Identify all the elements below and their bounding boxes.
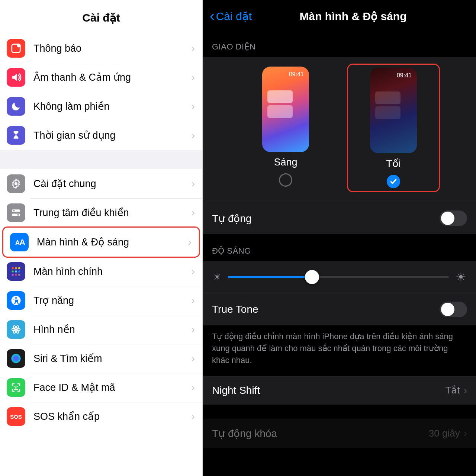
settings-row-label: Âm thanh & Cảm ứng bbox=[33, 71, 192, 83]
display-brightness-pane: ‹ Cài đặt Màn hình & Độ sáng GIAO DIỆN 0… bbox=[203, 0, 476, 476]
automatic-toggle[interactable] bbox=[440, 210, 467, 226]
accessibility-icon bbox=[7, 291, 25, 310]
radio-unchecked-icon bbox=[279, 173, 292, 187]
settings-row-label: Cài đặt chung bbox=[33, 178, 192, 190]
chevron-right-icon: › bbox=[192, 42, 195, 54]
settings-row-moon[interactable]: Không làm phiền› bbox=[0, 92, 202, 121]
settings-row-siri[interactable]: Siri & Tìm kiếm› bbox=[0, 344, 202, 373]
settings-row-notifications[interactable]: Thông báo› bbox=[0, 34, 202, 63]
brightness-slider[interactable] bbox=[228, 276, 449, 278]
chevron-right-icon: › bbox=[464, 427, 467, 439]
faceid-icon bbox=[7, 378, 25, 397]
grid-icon bbox=[7, 262, 25, 281]
appearance-picker: 09:41 Sáng 09:41 Tối bbox=[203, 57, 476, 202]
preview-dark: 09:41 bbox=[370, 68, 417, 153]
brightness-row: ☀︎ ☀︎ bbox=[203, 261, 476, 293]
truetone-toggle[interactable] bbox=[440, 302, 467, 317]
truetone-row[interactable]: True Tone bbox=[203, 293, 476, 325]
chevron-right-icon: › bbox=[192, 295, 195, 306]
preview-light: 09:41 bbox=[262, 67, 309, 152]
chevron-right-icon: › bbox=[192, 353, 195, 364]
settings-row-grid[interactable]: Màn hình chính› bbox=[0, 257, 202, 286]
settings-row-label: Màn hình chính bbox=[33, 266, 192, 277]
appearance-dark-label: Tối bbox=[386, 158, 401, 170]
brightness-header: ĐỘ SÁNG bbox=[203, 234, 476, 261]
settings-row-accessibility[interactable]: Trợ năng› bbox=[0, 286, 202, 315]
flower-icon bbox=[7, 320, 25, 339]
chevron-right-icon: › bbox=[192, 129, 195, 141]
settings-row-label: Hình nền bbox=[33, 324, 192, 335]
chevron-right-icon: › bbox=[464, 385, 467, 396]
settings-row-label: Thời gian sử dụng bbox=[33, 129, 192, 141]
settings-row-sos[interactable]: SOS khẩn cấp› bbox=[0, 402, 202, 431]
chevron-right-icon: › bbox=[188, 236, 192, 248]
automatic-label: Tự động bbox=[212, 212, 440, 225]
gear-icon bbox=[7, 174, 25, 193]
nightshift-label: Night Shift bbox=[212, 385, 446, 396]
settings-row-sound[interactable]: Âm thanh & Cảm ứng› bbox=[0, 63, 202, 92]
sun-max-icon: ☀︎ bbox=[456, 270, 466, 284]
chevron-right-icon: › bbox=[192, 71, 195, 83]
chevron-right-icon: › bbox=[192, 324, 195, 335]
settings-list-pane: Cài đặt Thông báo›Âm thanh & Cảm ứng›Khô… bbox=[0, 0, 203, 476]
switches-icon bbox=[7, 203, 25, 222]
settings-row-label: Thông báo bbox=[33, 43, 192, 54]
nav-bar: ‹ Cài đặt Màn hình & Độ sáng bbox=[203, 0, 476, 30]
autolock-value: 30 giây bbox=[429, 428, 460, 439]
nightshift-value: Tắt bbox=[446, 385, 460, 396]
autolock-row[interactable]: Tự động khóa 30 giây › bbox=[203, 419, 476, 448]
detail-title: Màn hình & Độ sáng bbox=[237, 10, 469, 23]
settings-row-label: Không làm phiền bbox=[33, 100, 192, 112]
appearance-light-label: Sáng bbox=[274, 157, 297, 168]
truetone-label: True Tone bbox=[212, 303, 440, 315]
settings-row-gear[interactable]: Cài đặt chung› bbox=[0, 169, 202, 198]
chevron-right-icon: › bbox=[192, 178, 195, 190]
settings-row-hourglass[interactable]: Thời gian sử dụng› bbox=[0, 121, 202, 150]
truetone-description: Tự động điều chỉnh màn hình iPhone dựa t… bbox=[203, 325, 476, 376]
appearance-header: GIAO DIỆN bbox=[203, 30, 476, 57]
settings-row-faceid[interactable]: Face ID & Mật mã› bbox=[0, 373, 202, 402]
page-title: Cài đặt bbox=[0, 0, 202, 34]
chevron-right-icon: › bbox=[192, 100, 195, 112]
siri-icon bbox=[7, 349, 25, 368]
moon-icon bbox=[7, 97, 25, 116]
notifications-icon bbox=[7, 39, 25, 58]
settings-row-label: SOS khẩn cấp bbox=[33, 411, 192, 422]
chevron-right-icon: › bbox=[192, 207, 195, 219]
chevron-right-icon: › bbox=[192, 266, 195, 277]
settings-row-label: Trợ năng bbox=[33, 295, 192, 306]
settings-row-label: Trung tâm điều khiển bbox=[33, 207, 192, 219]
sun-min-icon: ☀︎ bbox=[213, 271, 221, 283]
appearance-option-dark[interactable]: 09:41 Tối bbox=[347, 64, 440, 192]
settings-row-aa[interactable]: Màn hình & Độ sáng› bbox=[2, 226, 200, 258]
automatic-row[interactable]: Tự động bbox=[203, 202, 476, 234]
settings-row-label: Face ID & Mật mã bbox=[33, 382, 192, 393]
aa-icon bbox=[10, 233, 29, 251]
chevron-left-icon: ‹ bbox=[210, 8, 215, 24]
appearance-option-light[interactable]: 09:41 Sáng bbox=[239, 64, 332, 192]
settings-row-label: Siri & Tìm kiếm bbox=[33, 353, 192, 364]
chevron-right-icon: › bbox=[192, 382, 195, 393]
chevron-right-icon: › bbox=[192, 411, 195, 422]
radio-checked-icon bbox=[387, 175, 400, 188]
autolock-label: Tự động khóa bbox=[212, 427, 429, 440]
hourglass-icon bbox=[7, 126, 25, 145]
nightshift-row[interactable]: Night Shift Tắt › bbox=[203, 376, 476, 405]
settings-row-switches[interactable]: Trung tâm điều khiển› bbox=[0, 198, 202, 227]
settings-row-label: Màn hình & Độ sáng bbox=[37, 236, 188, 248]
settings-row-flower[interactable]: Hình nền› bbox=[0, 315, 202, 344]
sound-icon bbox=[7, 68, 25, 87]
sos-icon bbox=[7, 407, 25, 426]
